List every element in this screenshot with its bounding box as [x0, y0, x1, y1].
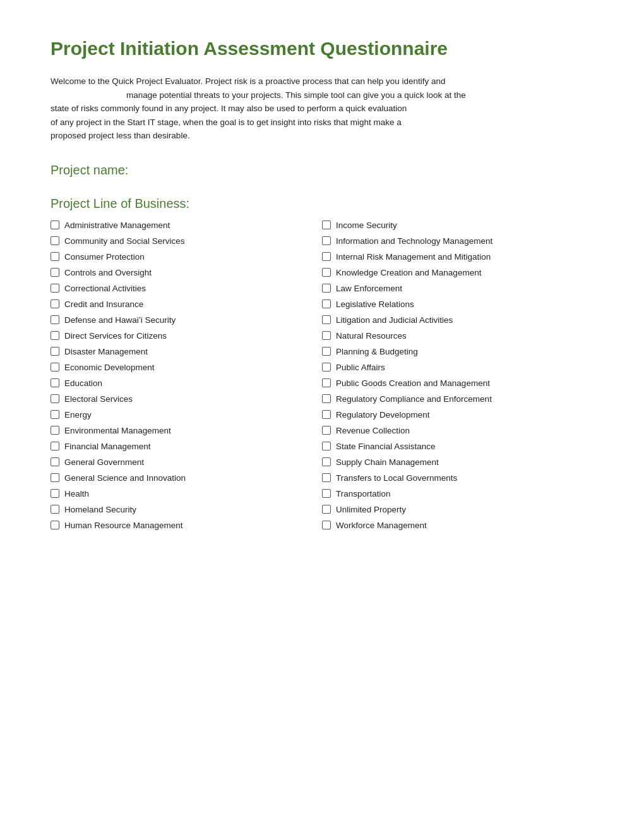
lob-checkbox[interactable] — [322, 442, 331, 450]
lob-right-item[interactable]: Unlimited Property — [322, 502, 593, 517]
lob-right-item[interactable]: Internal Risk Management and Mitigation — [322, 249, 593, 265]
lob-left-item[interactable]: Direct Services for Citizens — [51, 328, 322, 344]
lob-checkbox[interactable] — [51, 363, 59, 372]
lob-checkbox[interactable] — [51, 236, 59, 245]
lob-checkbox[interactable] — [322, 489, 331, 498]
lob-right-item[interactable]: Transfers to Local Governments — [322, 470, 593, 486]
lob-right-item[interactable]: Transportation — [322, 486, 593, 502]
lob-right-item[interactable]: Legislative Relations — [322, 296, 593, 312]
lob-item-label[interactable]: Transportation — [336, 489, 391, 499]
lob-checkbox[interactable] — [322, 363, 331, 372]
lob-left-item[interactable]: Financial Management — [51, 438, 322, 454]
lob-item-label[interactable]: State Financial Assistance — [336, 442, 436, 451]
lob-left-item[interactable]: Environmental Management — [51, 423, 322, 438]
lob-item-label[interactable]: Public Goods Creation and Management — [336, 378, 490, 388]
lob-item-label[interactable]: Correctional Activities — [64, 284, 146, 293]
lob-checkbox[interactable] — [322, 410, 331, 419]
lob-checkbox[interactable] — [51, 221, 59, 229]
lob-item-label[interactable]: Community and Social Services — [64, 236, 185, 246]
lob-item-label[interactable]: Law Enforcement — [336, 284, 402, 293]
lob-checkbox[interactable] — [322, 331, 331, 340]
lob-checkbox[interactable] — [322, 394, 331, 403]
lob-right-item[interactable]: Workforce Management — [322, 517, 593, 533]
lob-item-label[interactable]: Income Security — [336, 221, 397, 230]
lob-checkbox[interactable] — [322, 457, 331, 466]
lob-left-item[interactable]: Economic Development — [51, 360, 322, 375]
lob-item-label[interactable]: Unlimited Property — [336, 505, 406, 514]
lob-item-label[interactable]: Disaster Management — [64, 347, 148, 356]
lob-item-label[interactable]: Financial Management — [64, 442, 151, 451]
lob-checkbox[interactable] — [51, 505, 59, 514]
lob-checkbox[interactable] — [51, 473, 59, 482]
lob-item-label[interactable]: Planning & Budgeting — [336, 347, 418, 356]
lob-left-item[interactable]: Education — [51, 375, 322, 391]
lob-checkbox[interactable] — [51, 457, 59, 466]
lob-item-label[interactable]: Homeland Security — [64, 505, 136, 514]
lob-item-label[interactable]: Health — [64, 489, 89, 499]
lob-item-label[interactable]: Regulatory Compliance and Enforcement — [336, 394, 492, 404]
lob-item-label[interactable]: Transfers to Local Governments — [336, 473, 457, 483]
lob-right-item[interactable]: Planning & Budgeting — [322, 344, 593, 360]
lob-item-label[interactable]: Energy — [64, 410, 92, 420]
lob-left-item[interactable]: Human Resource Management — [51, 517, 322, 533]
lob-left-item[interactable]: Credit and Insurance — [51, 296, 322, 312]
lob-right-item[interactable]: Revenue Collection — [322, 423, 593, 438]
lob-item-label[interactable]: Education — [64, 378, 102, 388]
lob-left-item[interactable]: Community and Social Services — [51, 233, 322, 249]
lob-checkbox[interactable] — [51, 252, 59, 261]
lob-item-label[interactable]: Natural Resources — [336, 331, 407, 341]
lob-checkbox[interactable] — [322, 505, 331, 514]
lob-right-item[interactable]: Natural Resources — [322, 328, 593, 344]
lob-right-item[interactable]: Regulatory Development — [322, 407, 593, 423]
lob-checkbox[interactable] — [51, 442, 59, 450]
lob-item-label[interactable]: Electoral Services — [64, 394, 133, 404]
lob-right-item[interactable]: Public Goods Creation and Management — [322, 375, 593, 391]
lob-checkbox[interactable] — [322, 236, 331, 245]
lob-item-label[interactable]: General Government — [64, 457, 144, 467]
lob-checkbox[interactable] — [51, 347, 59, 356]
lob-checkbox[interactable] — [51, 521, 59, 529]
lob-item-label[interactable]: Defense and Hawai’i Security — [64, 315, 176, 325]
lob-left-item[interactable]: Electoral Services — [51, 391, 322, 407]
lob-checkbox[interactable] — [322, 284, 331, 293]
lob-item-label[interactable]: Economic Development — [64, 363, 155, 372]
lob-right-item[interactable]: Supply Chain Management — [322, 454, 593, 470]
lob-item-label[interactable]: Consumer Protection — [64, 252, 145, 262]
lob-item-label[interactable]: Information and Technology Management — [336, 236, 492, 246]
lob-item-label[interactable]: Knowledge Creation and Management — [336, 268, 481, 277]
lob-right-item[interactable]: Law Enforcement — [322, 281, 593, 296]
lob-item-label[interactable]: Direct Services for Citizens — [64, 331, 167, 341]
lob-item-label[interactable]: Credit and Insurance — [64, 299, 143, 309]
lob-checkbox[interactable] — [322, 268, 331, 277]
lob-right-item[interactable]: Litigation and Judicial Activities — [322, 312, 593, 328]
lob-checkbox[interactable] — [322, 315, 331, 324]
lob-left-item[interactable]: Controls and Oversight — [51, 265, 322, 281]
lob-checkbox[interactable] — [322, 521, 331, 529]
lob-item-label[interactable]: Supply Chain Management — [336, 457, 439, 467]
lob-checkbox[interactable] — [51, 299, 59, 308]
lob-left-item[interactable]: Health — [51, 486, 322, 502]
lob-left-item[interactable]: Consumer Protection — [51, 249, 322, 265]
lob-checkbox[interactable] — [51, 284, 59, 293]
lob-right-item[interactable]: Regulatory Compliance and Enforcement — [322, 391, 593, 407]
lob-item-label[interactable]: Legislative Relations — [336, 299, 414, 309]
lob-item-label[interactable]: Public Affairs — [336, 363, 385, 372]
lob-checkbox[interactable] — [322, 426, 331, 435]
lob-left-item[interactable]: Administrative Management — [51, 217, 322, 233]
lob-left-item[interactable]: Defense and Hawai’i Security — [51, 312, 322, 328]
lob-left-item[interactable]: General Science and Innovation — [51, 470, 322, 486]
lob-checkbox[interactable] — [51, 394, 59, 403]
lob-item-label[interactable]: Revenue Collection — [336, 426, 410, 435]
lob-left-item[interactable]: General Government — [51, 454, 322, 470]
lob-item-label[interactable]: General Science and Innovation — [64, 473, 186, 483]
lob-right-item[interactable]: Public Affairs — [322, 360, 593, 375]
lob-item-label[interactable]: Litigation and Judicial Activities — [336, 315, 453, 325]
lob-right-item[interactable]: Income Security — [322, 217, 593, 233]
lob-checkbox[interactable] — [51, 268, 59, 277]
lob-item-label[interactable]: Regulatory Development — [336, 410, 430, 420]
lob-left-item[interactable]: Disaster Management — [51, 344, 322, 360]
lob-checkbox[interactable] — [51, 489, 59, 498]
lob-right-item[interactable]: State Financial Assistance — [322, 438, 593, 454]
lob-checkbox[interactable] — [51, 331, 59, 340]
lob-item-label[interactable]: Administrative Management — [64, 221, 170, 230]
